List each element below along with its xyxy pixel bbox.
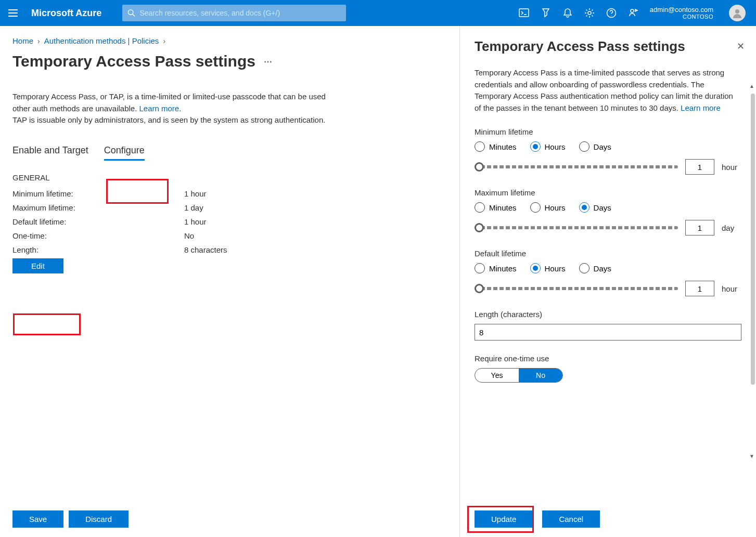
radio-def-hours[interactable]: Hours [530, 263, 566, 273]
label-length: Length (characters) [475, 310, 741, 319]
panel-footer: Update Cancel [475, 510, 600, 528]
svg-point-5 [631, 9, 634, 12]
toggle-one-time-no[interactable]: No [519, 369, 562, 382]
more-menu-icon[interactable]: ⋯ [264, 57, 272, 67]
search-input[interactable] [139, 9, 341, 17]
toggle-one-time-yes[interactable]: Yes [475, 369, 519, 382]
panel-learn-more-link[interactable]: Learn more [681, 103, 721, 112]
directory-filter-icon[interactable] [541, 8, 551, 18]
field-length: Length (characters) [475, 310, 741, 340]
radios-max-lifetime: Minutes Hours Days [475, 202, 741, 213]
unit-max-lifetime: day [722, 224, 741, 232]
scroll-up-icon[interactable]: ▲ [749, 83, 754, 89]
radio-min-minutes[interactable]: Minutes [475, 141, 517, 152]
input-def-lifetime[interactable] [685, 281, 714, 296]
kv-max-key: Maximum lifetime: [12, 203, 184, 212]
tab-configure[interactable]: Configure [104, 142, 145, 161]
help-icon[interactable] [606, 8, 617, 18]
panel-description: Temporary Access Pass is a time-limited … [475, 67, 741, 114]
avatar-icon [731, 7, 744, 19]
toggle-one-time[interactable]: Yes No [475, 368, 563, 383]
page-title-text: Temporary Access Pass settings [12, 53, 255, 70]
radios-min-lifetime: Minutes Hours Days [475, 141, 741, 152]
kv-def-key: Default lifetime: [12, 217, 184, 226]
svg-point-6 [735, 9, 739, 14]
slider-max-lifetime[interactable] [475, 223, 678, 232]
radio-max-minutes[interactable]: Minutes [475, 202, 517, 213]
chevron-right-icon: › [37, 37, 40, 45]
cloud-shell-icon[interactable] [519, 8, 529, 18]
kv-one-key: One-time: [12, 231, 184, 240]
field-default-lifetime: Default lifetime Minutes Hours Days hour [475, 249, 741, 296]
account-email: admin@contoso.com [650, 6, 713, 14]
hamburger-icon [8, 9, 18, 17]
settings-panel: Temporary Access Pass settings ✕ Tempora… [459, 26, 756, 537]
breadcrumb-auth-methods[interactable]: Authentication methods | Policies [44, 36, 159, 45]
radio-min-hours[interactable]: Hours [530, 141, 566, 152]
input-min-lifetime[interactable] [685, 159, 714, 175]
input-max-lifetime[interactable] [685, 220, 714, 235]
field-minimum-lifetime: Minimum lifetime Minutes Hours Days hour [475, 127, 741, 175]
search-icon [127, 9, 135, 17]
kv-min-key: Minimum lifetime: [12, 189, 184, 198]
scrollbar[interactable] [751, 94, 755, 385]
radio-max-days[interactable]: Days [579, 202, 611, 213]
svg-point-0 [129, 10, 133, 15]
edit-button[interactable]: Edit [12, 258, 63, 273]
topbar: Microsoft Azure admin@contoso.com CONTOS… [0, 0, 756, 26]
discard-button[interactable]: Discard [69, 510, 129, 528]
avatar[interactable] [729, 5, 746, 21]
radio-def-days[interactable]: Days [579, 263, 611, 273]
chevron-right-icon: › [163, 37, 165, 45]
breadcrumb-home[interactable]: Home [12, 36, 33, 45]
radios-def-lifetime: Minutes Hours Days [475, 263, 741, 273]
unit-def-lifetime: hour [722, 284, 741, 293]
learn-more-link[interactable]: Learn more [139, 104, 180, 113]
save-button[interactable]: Save [12, 510, 63, 528]
hamburger-menu[interactable] [0, 9, 26, 17]
slider-def-lifetime[interactable] [475, 284, 678, 293]
label-one-time: Require one-time use [475, 354, 741, 363]
label-minimum-lifetime: Minimum lifetime [475, 127, 741, 136]
input-length[interactable] [475, 324, 741, 340]
panel-title: Temporary Access Pass settings [475, 38, 741, 55]
settings-icon[interactable] [584, 8, 595, 18]
radio-def-minutes[interactable]: Minutes [475, 263, 517, 273]
field-maximum-lifetime: Maximum lifetime Minutes Hours Days day [475, 188, 741, 235]
radio-min-days[interactable]: Days [579, 141, 611, 152]
radio-max-hours[interactable]: Hours [530, 202, 566, 213]
cancel-button[interactable]: Cancel [542, 510, 600, 528]
slider-min-lifetime[interactable] [475, 162, 678, 172]
svg-rect-2 [519, 9, 529, 17]
unit-min-lifetime: hour [722, 163, 741, 172]
search-box[interactable] [122, 5, 346, 21]
desc-text-1b: other auth methods are unavailable. [12, 104, 139, 113]
update-button[interactable]: Update [475, 510, 533, 528]
feedback-icon[interactable] [628, 8, 638, 18]
page-description: Temporary Access Pass, or TAP, is a time… [12, 91, 387, 114]
desc-text-1a: Temporary Access Pass, or TAP, is a time… [12, 92, 326, 101]
brand-label[interactable]: Microsoft Azure [31, 8, 101, 19]
label-maximum-lifetime: Maximum lifetime [475, 188, 741, 197]
close-icon[interactable]: ✕ [737, 41, 745, 52]
svg-point-3 [588, 11, 591, 15]
page-footer: Save Discard [12, 510, 129, 528]
highlight-edit-button [13, 313, 81, 335]
account-block[interactable]: admin@contoso.com CONTOSO [650, 6, 713, 21]
svg-line-1 [133, 14, 135, 16]
account-tenant: CONTOSO [683, 14, 713, 20]
field-one-time: Require one-time use Yes No [475, 354, 741, 383]
scroll-down-icon[interactable]: ▼ [749, 453, 754, 459]
label-default-lifetime: Default lifetime [475, 249, 741, 258]
topbar-icons: admin@contoso.com CONTOSO [508, 5, 756, 21]
kv-len-key: Length: [12, 245, 184, 254]
notifications-icon[interactable] [562, 8, 573, 18]
tab-enable-target[interactable]: Enable and Target [12, 142, 88, 161]
